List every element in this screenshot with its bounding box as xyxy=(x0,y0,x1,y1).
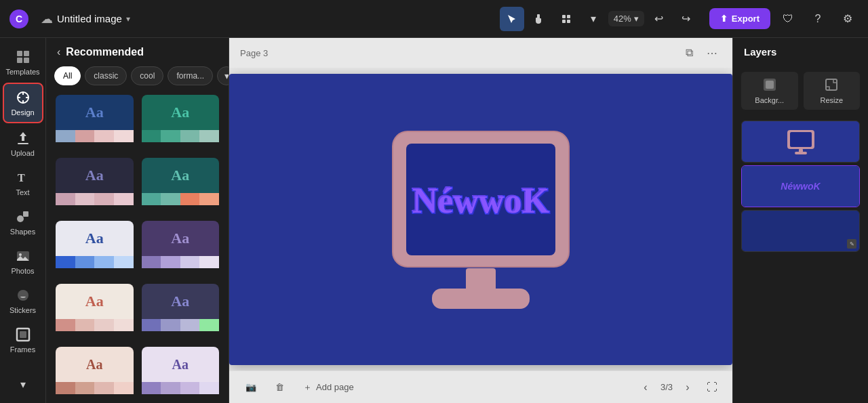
svg-text:NéwwoK: NéwwoK xyxy=(412,182,550,220)
background-tool[interactable]: Backgr... xyxy=(741,72,798,110)
sidebar-more-button[interactable]: ▾ xyxy=(3,370,43,398)
settings-icon-button[interactable]: ⚙ xyxy=(835,7,860,31)
sidebar-item-upload[interactable]: Upload xyxy=(3,125,43,163)
upload-label: Upload xyxy=(11,149,35,157)
frames-icon xyxy=(15,326,31,343)
svg-point-13 xyxy=(17,215,24,222)
filter-bar: All classic cool forma... ▾ xyxy=(46,66,229,93)
canvas-wrapper[interactable]: NéwwoK NéwwoK NéwwoK NéwwoK xyxy=(229,68,732,370)
upload-icon xyxy=(15,130,31,146)
templates-icon xyxy=(15,49,31,65)
layer-item-text[interactable]: NéwwoK xyxy=(741,165,860,207)
zoom-value: 42% xyxy=(614,14,631,24)
sidebar-item-text[interactable]: T Text xyxy=(3,164,43,202)
theme-preview-7: Aa xyxy=(56,284,134,319)
help-icon-button[interactable]: ? xyxy=(806,7,830,31)
prev-page-button[interactable]: ‹ xyxy=(636,378,655,397)
theme-grid: Aa Aa Aa Aa xyxy=(46,93,229,403)
theme-card-6[interactable]: Aa xyxy=(140,219,221,277)
zoom-control[interactable]: 42% ▾ xyxy=(608,11,644,26)
svg-rect-29 xyxy=(766,81,774,89)
resize-tool[interactable]: Resize xyxy=(804,72,861,110)
export-label: Export xyxy=(732,14,760,24)
frame-tool-button[interactable] xyxy=(554,7,578,31)
background-icon xyxy=(762,77,777,93)
hand-tool-button[interactable] xyxy=(527,7,551,31)
back-button[interactable]: ‹ xyxy=(57,46,60,58)
page-indicator: 3/3 xyxy=(660,382,673,392)
photos-label: Photos xyxy=(11,267,34,275)
sidebar-item-frames[interactable]: Frames xyxy=(3,321,43,359)
theme-colors-9 xyxy=(56,382,134,394)
camera-button[interactable]: 📷 xyxy=(240,379,262,396)
undo-button[interactable]: ↩ xyxy=(647,7,671,31)
theme-card-10[interactable]: Aa xyxy=(140,345,221,403)
canvas-header: Page 3 ⧉ ⋯ xyxy=(229,38,732,68)
layers-panel: Layers Backgr... Resize xyxy=(732,38,868,403)
svg-rect-14 xyxy=(23,211,28,217)
stickers-label: Stickers xyxy=(9,306,36,314)
templates-label: Templates xyxy=(5,68,39,76)
topbar-right: ⬆ Export 🛡 ? ⚙ xyxy=(709,7,860,31)
theme-colors-2 xyxy=(142,130,220,142)
sidebar-item-stickers[interactable]: Stickers xyxy=(3,282,43,320)
svg-rect-6 xyxy=(17,51,22,56)
sidebar-icons: Templates Design Upload T Text Shapes xyxy=(0,38,46,403)
canvas-more-icon[interactable]: ⋯ xyxy=(703,43,722,62)
svg-rect-11 xyxy=(18,143,28,144)
text-icon: T xyxy=(15,169,31,186)
svg-rect-34 xyxy=(795,152,807,154)
shapes-label: Shapes xyxy=(10,228,35,236)
canva-logo[interactable]: C xyxy=(8,8,30,30)
filter-cool-button[interactable]: cool xyxy=(131,66,163,85)
filter-forma-button[interactable]: forma... xyxy=(167,66,213,85)
sidebar-item-photos[interactable]: Photos xyxy=(3,242,43,280)
theme-colors-7 xyxy=(56,319,134,331)
select-tool-button[interactable] xyxy=(500,7,524,31)
theme-card-3[interactable]: Aa xyxy=(54,156,135,214)
filter-more-button[interactable]: ▾ xyxy=(217,66,229,85)
svg-text:C: C xyxy=(16,14,22,24)
title-chevron-icon[interactable]: ▾ xyxy=(126,14,130,24)
theme-card-1[interactable]: Aa xyxy=(54,93,135,151)
theme-card-4[interactable]: Aa xyxy=(140,156,221,214)
canvas-area: Page 3 ⧉ ⋯ N xyxy=(229,38,732,403)
design-icon xyxy=(15,89,31,106)
sidebar-item-shapes[interactable]: Shapes xyxy=(3,203,43,241)
document-title[interactable]: Untitled image xyxy=(57,13,122,24)
delete-button[interactable]: 🗑 xyxy=(270,379,290,396)
resize-label: Resize xyxy=(820,96,843,104)
theme-colors-3 xyxy=(56,193,134,205)
theme-card-9[interactable]: Aa xyxy=(54,345,135,403)
sidebar-item-templates[interactable]: Templates xyxy=(3,43,43,81)
filter-all-button[interactable]: All xyxy=(54,66,81,85)
design-label: Design xyxy=(11,108,34,116)
redo-button[interactable]: ↪ xyxy=(674,7,698,31)
theme-preview-1: Aa xyxy=(56,95,134,130)
canvas-bottom-bar: 📷 🗑 ＋ Add page ‹ 3/3 › ⛶ xyxy=(229,370,732,403)
canvas-copy-icon[interactable]: ⧉ xyxy=(679,43,698,62)
sidebar-item-design[interactable]: Design xyxy=(3,83,43,123)
svg-point-16 xyxy=(19,253,22,256)
layer-item-background[interactable]: ✎ xyxy=(741,210,860,252)
shield-icon-button[interactable]: 🛡 xyxy=(776,7,800,31)
theme-card-5[interactable]: Aa xyxy=(54,219,135,277)
svg-text:T: T xyxy=(18,172,25,184)
theme-card-8[interactable]: Aa xyxy=(140,282,221,340)
next-page-button[interactable]: › xyxy=(678,378,697,397)
canvas-bottom-left: 📷 🗑 ＋ Add page xyxy=(240,379,359,396)
svg-rect-2 xyxy=(562,15,566,18)
theme-card-7[interactable]: Aa xyxy=(54,282,135,340)
theme-card-2[interactable]: Aa xyxy=(140,93,221,151)
zoom-chevron-icon: ▾ xyxy=(634,14,639,24)
canvas-content[interactable]: NéwwoK NéwwoK NéwwoK NéwwoK xyxy=(229,74,732,365)
filter-classic-button[interactable]: classic xyxy=(85,66,127,85)
export-button[interactable]: ⬆ Export xyxy=(709,8,770,29)
svg-point-17 xyxy=(18,290,28,301)
layer-item-monitor[interactable] xyxy=(741,121,860,163)
page-label: Page 3 xyxy=(240,48,268,58)
add-page-button[interactable]: ＋ Add page xyxy=(298,379,359,396)
fullscreen-button[interactable]: ⛶ xyxy=(703,378,722,397)
frame-chevron-button[interactable]: ▾ xyxy=(581,7,606,31)
theme-colors-5 xyxy=(56,256,134,268)
